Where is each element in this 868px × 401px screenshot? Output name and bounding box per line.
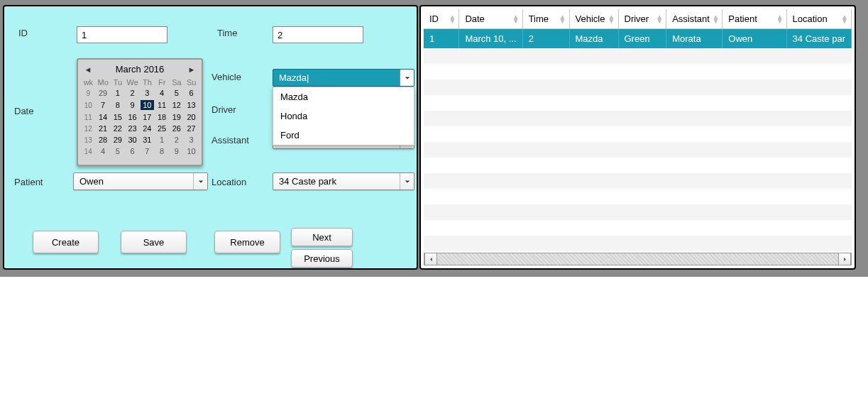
calendar-day[interactable]: 2 [170, 134, 185, 145]
calendar-day[interactable]: 25 [155, 123, 170, 134]
scroll-left-icon[interactable] [424, 253, 437, 265]
calendar-day[interactable]: 7 [96, 99, 111, 111]
vehicle-combo[interactable]: Mazda [273, 69, 414, 87]
calendar-day[interactable]: 28 [96, 134, 111, 145]
cell[interactable]: Mazda [569, 29, 618, 49]
column-header[interactable]: Driver▲▼ [618, 9, 666, 29]
column-header[interactable]: Location▲▼ [786, 9, 851, 29]
next-button[interactable]: Next [291, 228, 353, 246]
calendar-day[interactable]: 3 [140, 87, 155, 99]
save-button[interactable]: Save [121, 231, 187, 253]
calendar-day[interactable]: 3 [184, 134, 199, 145]
sort-icon[interactable]: ▲▼ [512, 15, 520, 23]
calendar-day[interactable]: 4 [155, 87, 170, 99]
scroll-right-icon[interactable] [838, 253, 851, 265]
column-header[interactable]: Patient▲▼ [723, 9, 786, 29]
id-label: ID [18, 28, 28, 38]
chevron-down-icon[interactable] [400, 70, 414, 86]
cell[interactable]: March 10, ... [459, 29, 522, 49]
calendar-day[interactable]: 10 [184, 145, 199, 157]
sort-icon[interactable]: ▲▼ [449, 15, 456, 23]
sort-icon[interactable]: ▲▼ [776, 15, 784, 23]
calendar-day[interactable]: 29 [96, 87, 111, 99]
calendar-day[interactable]: 5 [111, 145, 126, 157]
driver-label: Driver [211, 104, 236, 115]
calendar-day[interactable]: 9 [125, 99, 140, 111]
prev-month-icon[interactable]: ◄ [82, 65, 94, 74]
previous-button[interactable]: Previous [291, 249, 353, 268]
calendar-day[interactable]: 27 [184, 123, 199, 134]
column-header[interactable]: Assistant▲▼ [666, 9, 723, 29]
calendar-day[interactable]: 26 [170, 123, 185, 134]
cell[interactable]: 2 [522, 29, 569, 49]
sort-icon[interactable]: ▲▼ [712, 15, 719, 23]
calendar-day[interactable]: 15 [111, 111, 126, 123]
horizontal-scrollbar[interactable] [424, 253, 852, 265]
column-header[interactable]: ID▲▼ [424, 9, 459, 29]
calendar-title: March 2016 [116, 64, 165, 75]
vehicle-option[interactable]: Honda [273, 106, 414, 126]
id-input[interactable] [77, 26, 167, 43]
date-picker[interactable]: ◄ March 2016 ► wkMoTuWeThFrSaSu 92912345… [77, 58, 203, 166]
chevron-down-icon[interactable] [400, 173, 414, 189]
data-grid[interactable]: ID▲▼Date▲▼Time▲▼Vehicle▲▼Driver▲▼Assista… [424, 9, 852, 251]
calendar-day[interactable]: 6 [125, 145, 140, 157]
date-label: Date [14, 106, 33, 116]
calendar-day[interactable]: 30 [125, 134, 140, 145]
calendar-day[interactable]: 17 [140, 111, 155, 123]
calendar-day[interactable]: 1 [155, 134, 170, 145]
sort-icon[interactable]: ▲▼ [559, 15, 566, 23]
remove-button[interactable]: Remove [214, 231, 280, 253]
column-header[interactable]: Vehicle▲▼ [569, 9, 618, 29]
cell[interactable]: Owen [723, 29, 786, 49]
calendar-day[interactable]: 18 [155, 111, 170, 123]
calendar-day[interactable]: 13 [184, 99, 199, 111]
next-month-icon[interactable]: ► [186, 65, 197, 74]
cell[interactable]: 34 Caste par [786, 29, 851, 49]
sort-icon[interactable]: ▲▼ [608, 15, 615, 23]
sort-icon[interactable]: ▲▼ [656, 15, 663, 23]
calendar-day[interactable]: 31 [140, 134, 155, 145]
vehicle-option[interactable]: Ford [273, 126, 414, 145]
calendar-day[interactable]: 29 [111, 134, 126, 145]
calendar-day[interactable]: 1 [111, 87, 126, 99]
calendar-day[interactable]: 6 [184, 87, 199, 99]
location-value: 34 Caste park [279, 176, 336, 187]
calendar-day[interactable]: 7 [140, 145, 155, 157]
calendar-day[interactable]: 8 [111, 99, 126, 111]
calendar-day[interactable]: 5 [170, 87, 185, 99]
calendar-day[interactable]: 19 [170, 111, 185, 123]
calendar-day[interactable]: 9 [170, 145, 185, 157]
cell[interactable]: 1 [424, 29, 459, 49]
calendar-grid[interactable]: wkMoTuWeThFrSaSu 92912345610789101112131… [81, 77, 199, 157]
calendar-day[interactable]: 12 [170, 99, 185, 111]
location-combo[interactable]: 34 Caste park [273, 172, 414, 190]
calendar-day[interactable]: 22 [111, 123, 126, 134]
column-header[interactable]: Time▲▼ [522, 9, 569, 29]
chevron-down-icon[interactable] [193, 173, 207, 189]
calendar-day[interactable]: 16 [125, 111, 140, 123]
calendar-day[interactable]: 2 [125, 87, 140, 99]
calendar-day[interactable]: 23 [125, 123, 140, 134]
calendar-day[interactable]: 24 [140, 123, 155, 134]
calendar-day[interactable]: 4 [96, 145, 111, 157]
calendar-day[interactable]: 20 [184, 111, 199, 123]
cell[interactable]: Green [618, 29, 666, 49]
patient-combo[interactable]: Owen [73, 172, 208, 190]
create-button[interactable]: Create [33, 231, 99, 253]
vehicle-dropdown[interactable]: MazdaHondaFord [273, 87, 414, 145]
column-header[interactable]: Date▲▼ [459, 9, 522, 29]
location-label: Location [211, 177, 246, 187]
vehicle-option[interactable]: Mazda [273, 87, 414, 106]
calendar-day[interactable]: 8 [155, 145, 170, 157]
calendar-day[interactable]: 14 [96, 111, 111, 123]
form-panel: ID Time Date ◄ March 2016 ► wkMoTuWeThFr… [3, 5, 418, 270]
calendar-day[interactable]: 21 [96, 123, 111, 134]
assistant-label: Assistant [211, 135, 249, 145]
time-input[interactable] [273, 26, 363, 43]
calendar-day[interactable]: 10 [140, 99, 155, 111]
sort-icon[interactable]: ▲▼ [841, 15, 848, 23]
vehicle-label: Vehicle [211, 72, 241, 82]
cell[interactable]: Morata [666, 29, 723, 49]
calendar-day[interactable]: 11 [155, 99, 170, 111]
